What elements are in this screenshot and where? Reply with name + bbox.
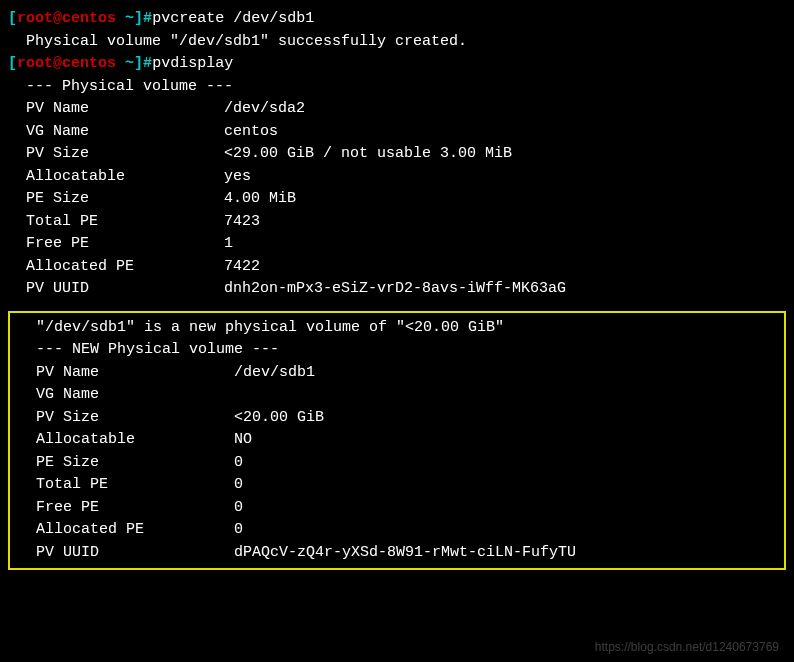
pv1-row: PE Size 4.00 MiB [8, 188, 786, 211]
prompt-user: root [17, 55, 53, 72]
prompt-close-bracket: ] [134, 10, 143, 27]
pv1-row: Allocated PE 7422 [8, 256, 786, 279]
prompt-open-bracket: [ [8, 55, 17, 72]
prompt-open-bracket: [ [8, 10, 17, 27]
pv2-row: VG Name [18, 384, 776, 407]
prompt-hash: # [143, 55, 152, 72]
pv2-row: Allocatable NO [18, 429, 776, 452]
pv2-header: --- NEW Physical volume --- [18, 339, 776, 362]
pv1-row: Allocatable yes [8, 166, 786, 189]
prompt-host: centos [62, 10, 116, 27]
prompt-at: @ [53, 10, 62, 27]
pv2-intro: "/dev/sdb1" is a new physical volume of … [18, 317, 776, 340]
pv2-row: Free PE 0 [18, 497, 776, 520]
prompt-line-1: [root@centos ~]#pvcreate /dev/sdb1 [8, 8, 786, 31]
prompt-path: ~ [125, 55, 134, 72]
prompt-path: ~ [125, 10, 134, 27]
pv1-row: VG Name centos [8, 121, 786, 144]
prompt-space [116, 55, 125, 72]
pv2-row: PV Name /dev/sdb1 [18, 362, 776, 385]
prompt-user: root [17, 10, 53, 27]
pv1-row: Total PE 7423 [8, 211, 786, 234]
pv2-row: PE Size 0 [18, 452, 776, 475]
pv2-row: Total PE 0 [18, 474, 776, 497]
prompt-close-bracket: ] [134, 55, 143, 72]
prompt-space [116, 10, 125, 27]
prompt-host: centos [62, 55, 116, 72]
pv2-row: PV Size <20.00 GiB [18, 407, 776, 430]
prompt-line-2: [root@centos ~]#pvdisplay [8, 53, 786, 76]
command-pvdisplay: pvdisplay [152, 55, 233, 72]
pv2-row: PV UUID dPAQcV-zQ4r-yXSd-8W91-rMwt-ciLN-… [18, 542, 776, 565]
prompt-at: @ [53, 55, 62, 72]
highlight-box-new-pv: "/dev/sdb1" is a new physical volume of … [8, 311, 786, 571]
pv1-row: PV UUID dnh2on-mPx3-eSiZ-vrD2-8avs-iWff-… [8, 278, 786, 301]
prompt-hash: # [143, 10, 152, 27]
pv2-row: Allocated PE 0 [18, 519, 776, 542]
pv1-row: Free PE 1 [8, 233, 786, 256]
command-pvcreate: pvcreate /dev/sdb1 [152, 10, 314, 27]
pv1-row: PV Size <29.00 GiB / not usable 3.00 MiB [8, 143, 786, 166]
output-pvcreate: Physical volume "/dev/sdb1" successfully… [8, 31, 786, 54]
pv1-row: PV Name /dev/sda2 [8, 98, 786, 121]
pv1-header: --- Physical volume --- [8, 76, 786, 99]
